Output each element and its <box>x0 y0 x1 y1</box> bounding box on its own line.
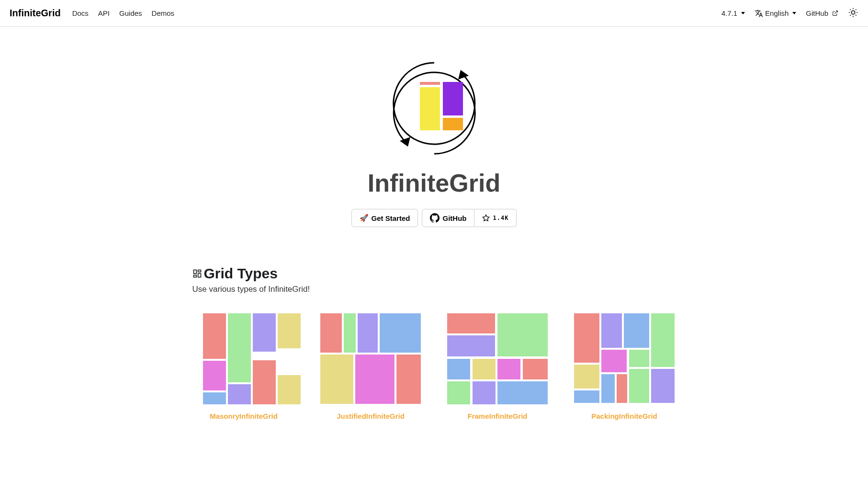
grid-types-section: Grid Types Use various types of Infinite… <box>183 265 686 420</box>
grid-card-packing[interactable]: PackingInfiniteGrid <box>573 313 676 420</box>
nav-link-guides[interactable]: Guides <box>119 9 142 17</box>
navbar-left: InfiniteGrid Docs API Guides Demos <box>10 8 174 19</box>
svg-rect-17 <box>198 270 201 272</box>
chevron-down-icon <box>741 12 745 14</box>
section-title: Grid Types <box>192 265 676 282</box>
svg-marker-10 <box>400 137 410 147</box>
grid-name-packing: PackingInfiniteGrid <box>591 412 657 420</box>
logo-icon <box>386 56 482 161</box>
star-icon <box>482 214 490 222</box>
github-button[interactable]: GitHub <box>422 209 474 227</box>
section-subtitle: Use various types of InfiniteGrid! <box>192 285 676 294</box>
rocket-icon: 🚀 <box>360 214 369 222</box>
svg-rect-11 <box>420 82 440 85</box>
nav-links: Docs API Guides Demos <box>72 9 174 17</box>
grid-card-justified[interactable]: JustifiedInfiniteGrid <box>319 313 422 420</box>
hero-buttons: 🚀 Get Started GitHub 1.4K <box>351 209 517 227</box>
section-title-text: Grid Types <box>204 265 278 282</box>
nav-link-docs[interactable]: Docs <box>72 9 89 17</box>
translate-icon <box>755 9 763 18</box>
grid-name-justified: JustifiedInfiniteGrid <box>337 412 405 420</box>
frame-preview <box>447 313 548 404</box>
grid-types-container: MasonryInfiniteGrid JustifiedInfiniteGri… <box>192 313 676 420</box>
language-dropdown[interactable]: English <box>755 9 796 18</box>
svg-marker-15 <box>483 215 489 221</box>
svg-rect-19 <box>193 275 196 277</box>
svg-rect-12 <box>420 87 440 130</box>
svg-rect-13 <box>443 82 463 115</box>
grid-name-frame: FrameInfiniteGrid <box>467 412 527 420</box>
masonry-preview <box>193 313 294 404</box>
sun-icon <box>848 7 858 18</box>
external-link-icon <box>832 10 838 16</box>
theme-toggle[interactable] <box>848 7 858 20</box>
version-label: 4.7.1 <box>721 9 737 17</box>
get-started-button[interactable]: 🚀 Get Started <box>351 209 418 227</box>
hero-section: InfiniteGrid 🚀 Get Started GitHub 1.4K <box>0 27 868 246</box>
navbar: InfiniteGrid Docs API Guides Demos 4.7.1… <box>0 0 868 27</box>
stars-count: 1.4K <box>493 215 508 221</box>
github-button-label: GitHub <box>442 214 466 222</box>
navbar-right: 4.7.1 English GitHub <box>721 7 858 20</box>
page-title: InfiniteGrid <box>368 169 500 197</box>
nav-link-api[interactable]: API <box>98 9 110 17</box>
grid-icon <box>192 269 202 278</box>
get-started-label: Get Started <box>372 214 410 222</box>
github-label: GitHub <box>806 9 828 17</box>
svg-rect-18 <box>198 274 201 277</box>
svg-line-4 <box>856 15 856 15</box>
language-label: English <box>765 9 789 17</box>
version-dropdown[interactable]: 4.7.1 <box>721 9 745 17</box>
svg-rect-14 <box>443 118 463 130</box>
grid-card-masonry[interactable]: MasonryInfiniteGrid <box>192 313 295 420</box>
svg-line-3 <box>850 9 851 10</box>
github-icon <box>430 213 440 223</box>
svg-point-0 <box>851 11 855 14</box>
chevron-down-icon <box>792 12 796 14</box>
brand-logo[interactable]: InfiniteGrid <box>10 8 61 19</box>
github-link[interactable]: GitHub <box>806 9 838 17</box>
nav-link-demos[interactable]: Demos <box>152 9 175 17</box>
svg-line-7 <box>850 15 851 15</box>
svg-rect-16 <box>193 270 196 274</box>
svg-marker-9 <box>458 70 469 80</box>
grid-name-masonry: MasonryInfiniteGrid <box>210 412 278 420</box>
grid-card-frame[interactable]: FrameInfiniteGrid <box>446 313 549 420</box>
svg-line-8 <box>856 9 856 10</box>
packing-preview <box>574 313 675 404</box>
github-button-group: GitHub 1.4K <box>422 209 517 227</box>
stars-button[interactable]: 1.4K <box>474 209 517 227</box>
justified-preview <box>320 313 421 404</box>
